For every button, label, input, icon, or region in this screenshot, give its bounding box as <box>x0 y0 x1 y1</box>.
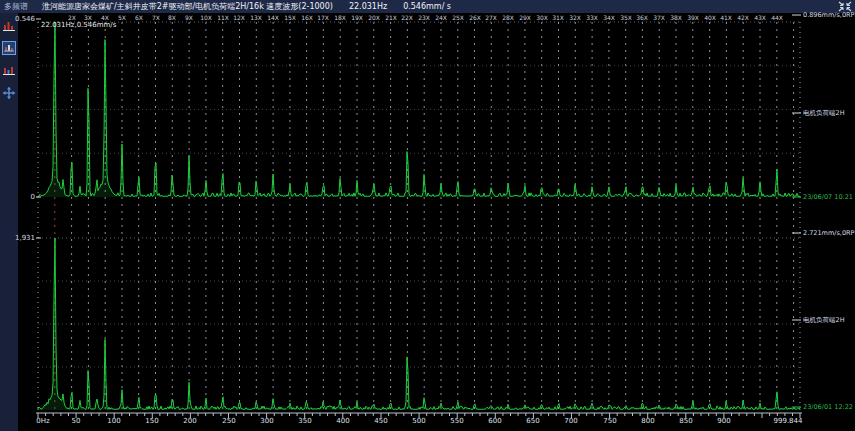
harmonic-label-28X: 28X <box>499 14 517 21</box>
harmonic-label-19X: 19X <box>348 14 366 21</box>
harmonic-label-4X: 4X <box>96 14 114 21</box>
harmonic-label-31X: 31X <box>549 14 567 21</box>
x-tick-label-999.844: 999.844 <box>768 417 808 425</box>
harmonic-label-27X: 27X <box>482 14 500 21</box>
x-tick-label-150: 150 <box>132 417 172 425</box>
spectrum-plot[interactable] <box>0 0 855 431</box>
x-tick-label-200: 200 <box>170 417 210 425</box>
spectrum-selected-icon[interactable] <box>2 41 16 55</box>
x-tick-label-350: 350 <box>285 417 325 425</box>
x-tick-label-700: 700 <box>551 417 591 425</box>
toolbar-sidebar <box>0 13 18 431</box>
channel-label-bottom-chart: 电机负荷端2H <box>803 317 845 324</box>
harmonic-label-25X: 25X <box>449 14 467 21</box>
x-tick-label-500: 500 <box>399 417 439 425</box>
harmonic-label-18X: 18X <box>331 14 349 21</box>
harmonic-label-12X: 12X <box>230 14 248 21</box>
harmonic-label-39X: 39X <box>684 14 702 21</box>
x-tick-label-300: 300 <box>247 417 287 425</box>
harmonic-label-13X: 13X <box>247 14 265 21</box>
harmonic-label-29X: 29X <box>516 14 534 21</box>
x-tick-label-550: 550 <box>437 417 477 425</box>
harmonic-label-33X: 33X <box>583 14 601 21</box>
y-axis-max-label-bottom-chart: 1,931 <box>5 234 35 242</box>
x-tick-label-600: 600 <box>475 417 515 425</box>
harmonic-label-15X: 15X <box>281 14 299 21</box>
y-axis-max-label-top-chart: 0.546 <box>5 15 35 23</box>
pan-icon[interactable] <box>2 86 16 100</box>
harmonic-label-17X: 17X <box>314 14 332 21</box>
harmonic-label-10X: 10X <box>197 14 215 21</box>
harmonic-label-42X: 42X <box>734 14 752 21</box>
harmonic-label-5X: 5X <box>113 14 131 21</box>
harmonic-label-6X: 6X <box>130 14 148 21</box>
harmonic-label-9X: 9X <box>180 14 198 21</box>
harmonic-label-24X: 24X <box>432 14 450 21</box>
x-tick-label-250: 250 <box>209 417 249 425</box>
harmonic-label-14X: 14X <box>264 14 282 21</box>
title-bar: 多频谱 淮河能源唐家会煤矿/主斜井皮带2#驱动部/电机负荷端2H/16k 速度波… <box>0 0 855 13</box>
harmonic-label-22X: 22X <box>398 14 416 21</box>
harmonic-label-3X: 3X <box>79 14 97 21</box>
timestamp-top-chart: 23/06/07 10:21 <box>803 194 853 201</box>
x-tick-label-400: 400 <box>323 417 363 425</box>
harmonic-label-23X: 23X <box>415 14 433 21</box>
app-window: 多频谱 淮河能源唐家会煤矿/主斜井皮带2#驱动部/电机负荷端2H/16k 速度波… <box>0 0 855 431</box>
tab-multispectrum[interactable]: 多频谱 <box>0 1 34 12</box>
harmonic-label-20X: 20X <box>365 14 383 21</box>
channel-label-top-chart: 电机负荷端2H <box>803 110 845 117</box>
harmonic-label-43X: 43X <box>751 14 769 21</box>
x-tick-label-450: 450 <box>361 417 401 425</box>
cursor-annotation: 22.031Hz,0.546mm/s <box>41 21 116 29</box>
x-tick-label-850: 850 <box>666 417 706 425</box>
harmonic-label-44X: 44X <box>768 14 786 21</box>
y-axis-zero-label-top-chart: 0 <box>5 193 35 201</box>
x-tick-label-100: 100 <box>94 417 134 425</box>
harmonic-label-37X: 37X <box>650 14 668 21</box>
harmonic-label-41X: 41X <box>717 14 735 21</box>
harmonic-label-36X: 36X <box>633 14 651 21</box>
spectrum-dual-icon[interactable] <box>2 63 16 77</box>
cursor-amplitude-readout: 0.546mm/ s <box>403 2 451 11</box>
x-tick-label-650: 650 <box>513 417 553 425</box>
harmonic-label-38X: 38X <box>667 14 685 21</box>
cursor-frequency-readout: 22.031Hz <box>349 2 387 11</box>
timestamp-bottom-chart: 23/06/01 12:22 <box>803 404 853 411</box>
harmonic-label-32X: 32X <box>566 14 584 21</box>
measurement-path-title: 淮河能源唐家会煤矿/主斜井皮带2#驱动部/电机负荷端2H/16k 速度波形(2-… <box>42 1 333 12</box>
overall-value-top-chart: 0.896mm/s,0RPM <box>803 12 855 19</box>
x-tick-label-800: 800 <box>628 417 668 425</box>
x-tick-label-750: 750 <box>590 417 630 425</box>
x-tick-label-50: 50 <box>56 417 96 425</box>
harmonic-label-8X: 8X <box>163 14 181 21</box>
harmonic-label-34X: 34X <box>600 14 618 21</box>
x-tick-label-900: 900 <box>704 417 744 425</box>
overall-value-bottom-chart: 2.721mm/s,0RPM <box>803 230 855 237</box>
